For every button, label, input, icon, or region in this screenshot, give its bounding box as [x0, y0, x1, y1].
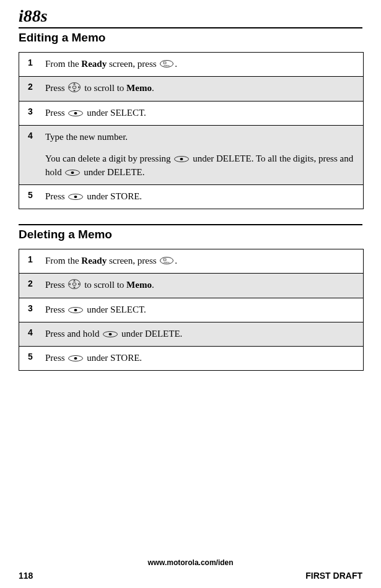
step-row: 3Press under SELECT.	[19, 298, 363, 322]
step-number: 5	[28, 352, 45, 365]
svg-point-8	[180, 158, 183, 160]
page-footer: www.motorola.com/iden 118 FIRST DRAFT	[19, 558, 362, 581]
step-row: 2Press to scroll to Memo.	[19, 77, 363, 102]
draft-status: FIRST DRAFT	[305, 571, 362, 581]
step-text: From the Ready screen, press menu.	[45, 58, 354, 71]
step-number: 1	[28, 254, 45, 268]
soft-key-icon	[103, 328, 118, 341]
bold-text: Ready	[81, 256, 107, 266]
step-number: 4	[28, 131, 45, 179]
step-text: Press under STORE.	[45, 190, 354, 204]
soft-key-icon	[68, 352, 83, 365]
device-logo: i88s	[19, 6, 362, 26]
step-number: 3	[28, 303, 45, 317]
step-row: 3Press under SELECT.	[19, 102, 363, 126]
soft-key-icon	[68, 304, 83, 317]
step-row: 2Press to scroll to Memo.	[19, 274, 363, 298]
step-number: 2	[28, 279, 45, 293]
soft-key-icon	[174, 153, 189, 166]
footer-url: www.motorola.com/iden	[19, 558, 362, 567]
svg-point-4	[72, 85, 76, 88]
step-text: Press to scroll to Memo.	[45, 279, 354, 293]
soft-key-icon	[68, 107, 83, 120]
menu-key-icon: menu	[160, 58, 173, 71]
soft-key-icon	[68, 191, 83, 204]
step-number: 3	[28, 106, 45, 120]
bold-text: Memo	[126, 83, 152, 93]
step-number: 5	[28, 190, 45, 204]
nav-key-icon	[68, 82, 81, 96]
nav-key-icon	[68, 279, 81, 293]
step-extra: You can delete a digit by pressing under…	[45, 152, 354, 179]
step-row: 4Type the new number.You can delete a di…	[19, 126, 363, 185]
step-text: Press under SELECT.	[45, 303, 354, 317]
step-number: 2	[28, 82, 45, 96]
svg-point-19	[74, 309, 77, 311]
bold-text: Memo	[126, 280, 152, 290]
svg-point-12	[74, 196, 77, 198]
page-number: 118	[19, 571, 33, 581]
svg-point-6	[74, 112, 77, 115]
step-text: Press to scroll to Memo.	[45, 82, 354, 96]
svg-point-17	[72, 282, 76, 285]
svg-point-23	[74, 357, 77, 360]
step-row: 1From the Ready screen, press menu.	[19, 53, 363, 77]
step-number: 4	[28, 327, 45, 341]
step-row: 4Press and hold under DELETE.	[19, 322, 363, 347]
section-title: Deleting a Memo	[19, 224, 362, 241]
svg-text:menu: menu	[164, 261, 170, 263]
step-text: Press under SELECT.	[45, 106, 354, 120]
steps-table: 1From the Ready screen, press menu.2Pres…	[19, 52, 364, 209]
section-title: Editing a Memo	[19, 27, 362, 45]
svg-point-10	[71, 171, 74, 174]
bold-text: Ready	[81, 59, 107, 69]
step-text: Press and hold under DELETE.	[45, 327, 354, 341]
steps-table: 1From the Ready screen, press menu.2Pres…	[19, 249, 364, 371]
step-text: Press under STORE.	[45, 352, 354, 365]
step-number: 1	[28, 58, 45, 71]
menu-key-icon: menu	[160, 255, 173, 268]
step-row: 5Press under STORE.	[19, 347, 363, 370]
svg-text:menu: menu	[164, 64, 170, 67]
soft-key-icon	[65, 166, 80, 179]
step-text: From the Ready screen, press menu.	[45, 254, 354, 268]
svg-point-21	[109, 333, 112, 335]
step-text: Type the new number.You can delete a dig…	[45, 131, 354, 179]
step-row: 1From the Ready screen, press menu.	[19, 249, 363, 274]
step-row: 5Press under STORE.	[19, 185, 363, 209]
